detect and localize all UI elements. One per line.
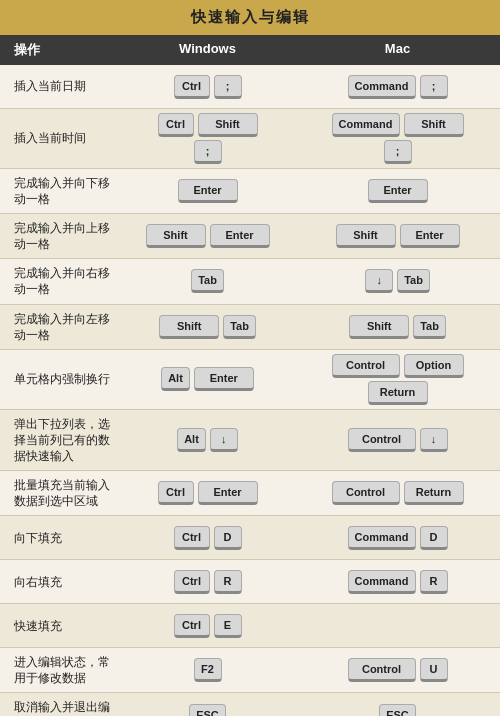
win-cell: CtrlD xyxy=(120,522,295,554)
key-badge: Option xyxy=(404,354,464,378)
mac-cell: ↓Tab xyxy=(295,265,500,297)
mac-cell: ControlU xyxy=(295,654,500,686)
key-badge: Enter xyxy=(194,367,254,391)
key-badge: Command xyxy=(332,113,400,137)
key-badge: Tab xyxy=(413,315,446,339)
key-badge: F2 xyxy=(194,658,222,682)
op-cell: 向下填充 xyxy=(0,524,120,552)
op-cell: 完成输入并向右移动一格 xyxy=(0,259,120,303)
key-badge: D xyxy=(420,526,448,550)
win-cell: AltEnter xyxy=(120,363,295,395)
key-badge: U xyxy=(420,658,448,682)
key-badge: Shift xyxy=(336,224,396,248)
win-cell: ESC xyxy=(120,700,295,717)
table-body: 插入当前日期Ctrl;Command;插入当前时间CtrlShift;Comma… xyxy=(0,65,500,716)
table-row: 弹出下拉列表，选择当前列已有的数据快速输入Alt↓Control↓ xyxy=(0,410,500,471)
key-badge: Enter xyxy=(178,179,238,203)
header-win: Windows xyxy=(120,41,295,59)
title-bar: 快速输入与编辑 xyxy=(0,0,500,35)
mac-cell: Control↓ xyxy=(295,424,500,456)
key-badge: Ctrl xyxy=(174,570,210,594)
op-cell: 弹出下拉列表，选择当前列已有的数据快速输入 xyxy=(0,410,120,470)
table-row: 完成输入并向右移动一格Tab↓Tab xyxy=(0,259,500,304)
key-badge: Alt xyxy=(177,428,206,452)
mac-cell: CommandR xyxy=(295,566,500,598)
win-cell: ShiftEnter xyxy=(120,220,295,252)
table-row: 单元格内强制换行AltEnterControlOptionReturn xyxy=(0,350,500,410)
key-badge: Enter xyxy=(368,179,428,203)
table-row: 取消输入并退出编辑状态ESCESC xyxy=(0,693,500,716)
key-badge: Command xyxy=(348,75,416,99)
key-badge: ; xyxy=(384,140,412,164)
key-badge: Ctrl xyxy=(174,526,210,550)
key-badge: ; xyxy=(194,140,222,164)
header-op: 操作 xyxy=(0,41,120,59)
win-cell: Enter xyxy=(120,175,295,207)
header-mac: Mac xyxy=(295,41,500,59)
win-cell: CtrlE xyxy=(120,610,295,642)
key-badge: Tab xyxy=(223,315,256,339)
op-cell: 进入编辑状态，常用于修改数据 xyxy=(0,648,120,692)
key-badge: Return xyxy=(404,481,464,505)
key-badge: R xyxy=(420,570,448,594)
win-cell: CtrlR xyxy=(120,566,295,598)
op-cell: 插入当前日期 xyxy=(0,72,120,100)
op-cell: 插入当前时间 xyxy=(0,124,120,152)
mac-cell: ControlReturn xyxy=(295,477,500,509)
mac-cell: Command; xyxy=(295,71,500,103)
key-badge: ESC xyxy=(189,704,226,717)
key-badge: E xyxy=(214,614,242,638)
win-cell: CtrlShift; xyxy=(120,109,295,168)
win-cell: Alt↓ xyxy=(120,424,295,456)
key-badge: Alt xyxy=(161,367,190,391)
table-row: 批量填充当前输入数据到选中区域CtrlEnterControlReturn xyxy=(0,471,500,516)
key-badge: Shift xyxy=(349,315,409,339)
table-row: 完成输入并向下移动一格EnterEnter xyxy=(0,169,500,214)
op-cell: 完成输入并向上移动一格 xyxy=(0,214,120,258)
key-badge: ↓ xyxy=(365,269,393,293)
table-row: 完成输入并向上移动一格ShiftEnterShiftEnter xyxy=(0,214,500,259)
key-badge: Command xyxy=(348,526,416,550)
op-cell: 取消输入并退出编辑状态 xyxy=(0,693,120,716)
mac-cell: CommandD xyxy=(295,522,500,554)
table-row: 向右填充CtrlRCommandR xyxy=(0,560,500,604)
table-row: 完成输入并向左移动一格ShiftTabShiftTab xyxy=(0,305,500,350)
key-badge: Shift xyxy=(198,113,258,137)
key-badge: Enter xyxy=(400,224,460,248)
key-badge: Shift xyxy=(159,315,219,339)
key-badge: ESC xyxy=(379,704,416,717)
mac-cell: CommandShift; xyxy=(295,109,500,168)
key-badge: Control xyxy=(332,481,400,505)
key-badge: ; xyxy=(420,75,448,99)
mac-cell: ControlOptionReturn xyxy=(295,350,500,409)
key-badge: Return xyxy=(368,381,428,405)
win-cell: ShiftTab xyxy=(120,311,295,343)
op-cell: 批量填充当前输入数据到选中区域 xyxy=(0,471,120,515)
win-cell: CtrlEnter xyxy=(120,477,295,509)
key-badge: Tab xyxy=(397,269,430,293)
key-badge: ↓ xyxy=(420,428,448,452)
table-row: 插入当前时间CtrlShift;CommandShift; xyxy=(0,109,500,169)
op-cell: 快速填充 xyxy=(0,612,120,640)
key-badge: Command xyxy=(348,570,416,594)
mac-cell: Enter xyxy=(295,175,500,207)
op-cell: 完成输入并向下移动一格 xyxy=(0,169,120,213)
key-badge: ↓ xyxy=(210,428,238,452)
mac-cell: ShiftEnter xyxy=(295,220,500,252)
key-badge: Control xyxy=(332,354,400,378)
key-badge: Ctrl xyxy=(158,481,194,505)
table-row: 进入编辑状态，常用于修改数据F2ControlU xyxy=(0,648,500,693)
key-badge: Shift xyxy=(146,224,206,248)
key-badge: Enter xyxy=(210,224,270,248)
key-badge: D xyxy=(214,526,242,550)
key-badge: Control xyxy=(348,658,416,682)
mac-cell: ShiftTab xyxy=(295,311,500,343)
key-badge: R xyxy=(214,570,242,594)
table-row: 插入当前日期Ctrl;Command; xyxy=(0,65,500,109)
op-cell: 单元格内强制换行 xyxy=(0,365,120,393)
table-row: 快速填充CtrlE xyxy=(0,604,500,648)
key-badge: Enter xyxy=(198,481,258,505)
mac-cell xyxy=(295,622,500,630)
key-badge: ; xyxy=(214,75,242,99)
key-badge: Tab xyxy=(191,269,224,293)
